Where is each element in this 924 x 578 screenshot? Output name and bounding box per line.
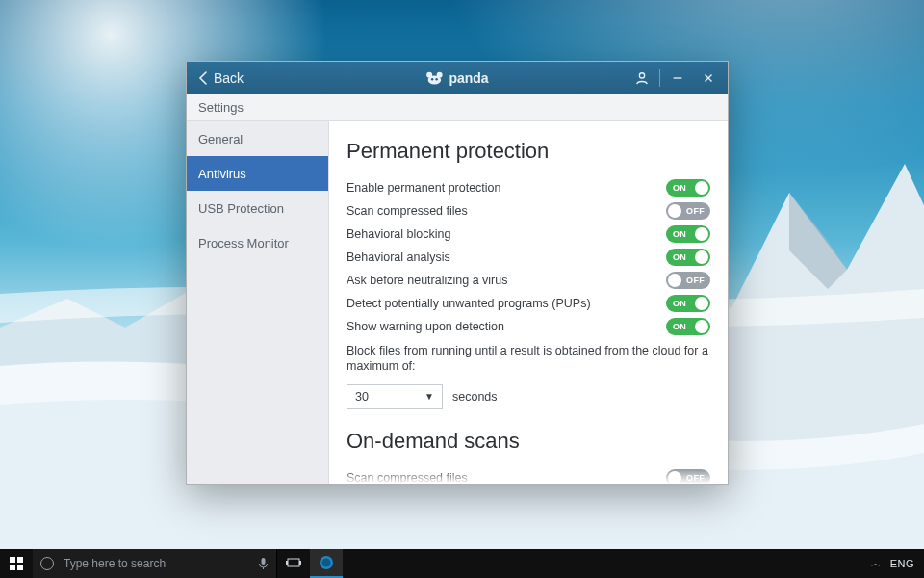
microphone-icon [258, 557, 269, 570]
start-button[interactable] [0, 549, 33, 578]
toggle-knob [695, 297, 708, 310]
sidebar-item-label: USB Protection [198, 201, 284, 216]
user-icon [635, 71, 649, 85]
taskbar-app-panda[interactable] [310, 549, 343, 578]
block-cloud-unit: seconds [452, 390, 498, 404]
block-cloud-row: 30 ▼ seconds [346, 384, 710, 409]
account-button[interactable] [627, 62, 657, 94]
toggle-knob [668, 471, 681, 485]
block-cloud-select[interactable]: 30 ▼ [346, 384, 443, 409]
toggle-enable-permanent-protection[interactable]: ON [666, 179, 710, 197]
toggle-knob [695, 320, 708, 333]
setting-label: Show warning upon detection [346, 320, 504, 333]
setting-label: Scan compressed files [346, 471, 468, 485]
toggle-show-warning[interactable]: ON [666, 318, 710, 335]
panda-logo-icon [425, 71, 443, 85]
brand: panda [425, 70, 488, 86]
toggle-knob [668, 204, 681, 218]
panda-app-icon [319, 555, 334, 570]
tray-overflow-button[interactable]: ︿ [871, 557, 881, 570]
section-title-permanent: Permanent protection [346, 139, 710, 164]
svg-point-2 [428, 76, 442, 85]
toggle-ondemand-scan-compressed[interactable]: OFF [666, 469, 710, 485]
sidebar-item-usb-protection[interactable]: USB Protection [187, 191, 328, 225]
toggle-knob [695, 181, 708, 195]
setting-label: Scan compressed files [346, 204, 468, 218]
toggle-behavioral-blocking[interactable]: ON [666, 225, 710, 243]
setting-label: Enable permanent protection [346, 181, 501, 195]
setting-row: Ask before neutralizing a virusOFF [346, 270, 710, 291]
window-body: General Antivirus USB Protection Process… [187, 121, 728, 484]
system-tray: ︿ ENG [861, 557, 924, 570]
back-button[interactable]: Back [191, 62, 251, 94]
svg-point-5 [639, 73, 644, 78]
svg-rect-8 [10, 565, 15, 570]
svg-rect-9 [17, 565, 23, 570]
toggle-knob [695, 227, 708, 241]
section-title-ondemand: On-demand scans [346, 429, 710, 454]
svg-rect-10 [261, 558, 265, 565]
svg-rect-6 [10, 557, 15, 563]
svg-rect-13 [299, 561, 301, 565]
subheader: Settings [187, 94, 728, 121]
window-buttons [627, 62, 724, 94]
toggle-knob [668, 274, 681, 287]
caret-down-icon: ▼ [424, 391, 434, 402]
toggle-knob [695, 250, 708, 264]
setting-row: Detect potentially unwanted programs (PU… [346, 293, 710, 314]
svg-rect-11 [288, 559, 299, 566]
setting-row: Scan compressed filesOFF [346, 200, 710, 222]
language-indicator[interactable]: ENG [890, 558, 914, 569]
subheader-text: Settings [198, 100, 244, 115]
block-cloud-value: 30 [355, 390, 369, 404]
taskbar-search[interactable]: Type here to search [33, 549, 277, 578]
toggle-on-label: ON [673, 183, 686, 193]
task-view-button[interactable] [277, 549, 310, 578]
setting-label: Detect potentially unwanted programs (PU… [346, 297, 591, 310]
setting-label: Ask before neutralizing a virus [346, 274, 507, 287]
sidebar-item-label: Antivirus [198, 167, 246, 181]
setting-row: Behavioral analysisON [346, 247, 710, 268]
toggle-ask-before-neutralize[interactable]: OFF [666, 272, 710, 289]
task-view-icon [286, 558, 301, 569]
sidebar-item-general[interactable]: General [187, 121, 328, 156]
minimize-button[interactable] [662, 62, 693, 94]
toggle-on-label: ON [673, 299, 686, 308]
titlebar: Back panda [187, 62, 728, 94]
close-button[interactable] [693, 62, 724, 94]
svg-point-3 [431, 78, 433, 80]
back-label: Back [214, 70, 244, 86]
sidebar-item-antivirus[interactable]: Antivirus [187, 156, 328, 191]
minimize-icon [671, 71, 684, 85]
content-pane: Permanent protection Enable permanent pr… [329, 121, 728, 484]
sidebar-item-process-monitor[interactable]: Process Monitor [187, 225, 328, 260]
toggle-on-label: ON [673, 229, 686, 239]
cortana-icon [33, 557, 62, 570]
mic-button[interactable] [249, 557, 276, 570]
sidebar: General Antivirus USB Protection Process… [187, 121, 329, 484]
toggle-on-label: ON [673, 322, 686, 331]
toggle-on-label: ON [673, 252, 686, 262]
taskbar-search-placeholder: Type here to search [62, 557, 249, 570]
setting-row: Behavioral blockingON [346, 223, 710, 245]
toggle-off-label: OFF [686, 206, 705, 216]
svg-rect-7 [17, 557, 23, 563]
setting-row: Scan compressed filesOFF [346, 467, 710, 485]
toggle-detect-pups[interactable]: ON [666, 295, 710, 312]
svg-point-15 [322, 559, 331, 567]
svg-point-4 [435, 78, 437, 80]
chevron-left-icon [198, 71, 208, 85]
setting-row: Enable permanent protectionON [346, 177, 710, 198]
brand-text: panda [449, 70, 488, 86]
toggle-scan-compressed[interactable]: OFF [666, 202, 710, 220]
taskbar: Type here to search ︿ ENG [0, 549, 924, 578]
setting-label: Behavioral analysis [346, 250, 450, 264]
panda-settings-window: Back panda Settings General Antivir [186, 61, 729, 485]
setting-row: Show warning upon detectionON [346, 316, 710, 337]
sidebar-item-label: General [198, 132, 243, 146]
titlebar-divider [659, 69, 660, 87]
toggle-behavioral-analysis[interactable]: ON [666, 249, 710, 266]
svg-rect-12 [286, 561, 288, 565]
toggle-off-label: OFF [686, 473, 705, 483]
close-icon [702, 71, 715, 85]
